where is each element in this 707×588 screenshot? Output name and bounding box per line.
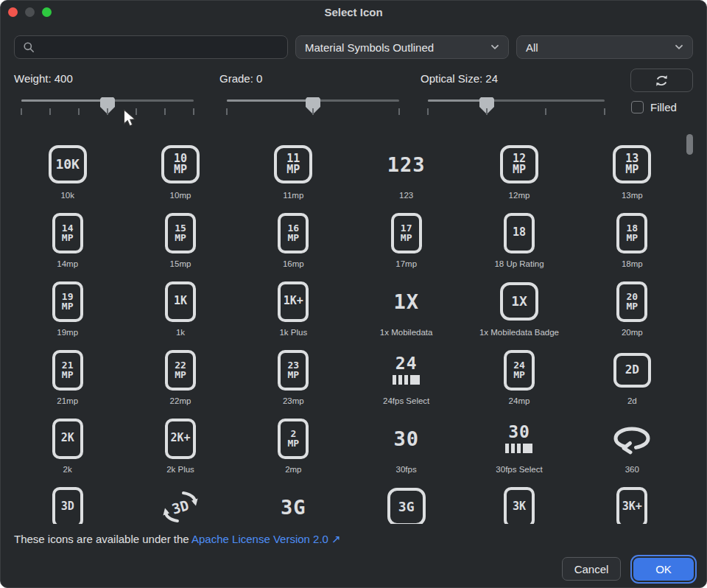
- icon-glyph: 2D: [613, 349, 651, 391]
- icon-label: 123: [399, 191, 413, 200]
- icon-cell[interactable]: 1X1x Mobiledata Badge: [462, 270, 575, 339]
- icon-cell[interactable]: 23MP23mp: [237, 339, 350, 407]
- search-field[interactable]: [14, 35, 288, 59]
- icon-glyph: 1X: [393, 281, 419, 322]
- weight-slider-group: Weight: 400: [14, 72, 201, 119]
- icon-glyph: 2K: [52, 418, 83, 459]
- icon-cell[interactable]: 24MP24mp: [462, 339, 575, 407]
- icon-label: 1x Mobiledata Badge: [479, 328, 559, 337]
- icon-cell[interactable]: 10MP10mp: [124, 133, 236, 202]
- icon-cell[interactable]: 3030fps: [350, 407, 462, 476]
- font-family-select[interactable]: Material Symbols Outlined: [295, 35, 509, 59]
- icon-cell[interactable]: 11MP11mp: [237, 133, 350, 202]
- icon-cell[interactable]: 360: [576, 407, 689, 476]
- search-input[interactable]: [41, 41, 279, 54]
- icon-label: 2k: [63, 465, 72, 474]
- icon-glyph: 3K: [504, 486, 535, 524]
- icon-cell[interactable]: 1K1k: [124, 270, 236, 339]
- icon-label: 16mp: [283, 259, 304, 268]
- icon-label: 12mp: [509, 191, 530, 200]
- apache-license-link[interactable]: Apache License Version 2.0 ↗: [191, 533, 341, 545]
- icon-label: 24mp: [509, 396, 530, 405]
- weight-slider[interactable]: [14, 94, 201, 119]
- icon-label: 360: [625, 465, 639, 474]
- slider-track[interactable]: [428, 99, 605, 102]
- icon-cell[interactable]: 3K: [462, 476, 575, 524]
- icon-glyph: 24MP: [504, 349, 535, 391]
- icon-label: 30fps Select: [496, 465, 542, 474]
- icon-label: 19mp: [57, 328, 78, 337]
- icon-cell[interactable]: 2K2k: [11, 407, 124, 476]
- select-icon-dialog: Select Icon Material Symbols Outlined Al…: [0, 0, 707, 588]
- icon-cell[interactable]: 3D: [124, 476, 236, 524]
- icon-cell[interactable]: 13MP13mp: [576, 133, 689, 202]
- icon-label: 15mp: [170, 259, 191, 268]
- icon-cell[interactable]: 22MP22mp: [124, 339, 236, 407]
- icon-glyph: 22MP: [165, 349, 196, 391]
- icon-cell[interactable]: 3030fps Select: [462, 407, 575, 476]
- grade-slider-group: Grade: 0: [219, 72, 407, 119]
- refresh-button[interactable]: [630, 69, 693, 92]
- icon-cell[interactable]: 2424fps Select: [350, 339, 462, 407]
- font-family-value: Material Symbols Outlined: [305, 41, 434, 54]
- icon-cell[interactable]: 2K+2k Plus: [124, 407, 236, 476]
- icon-glyph: 14MP: [52, 212, 83, 253]
- icon-cell[interactable]: 18MP18mp: [576, 202, 689, 270]
- icon-cell[interactable]: 2MP2mp: [237, 407, 350, 476]
- icon-cell[interactable]: 1818 Up Rating: [462, 202, 575, 270]
- grade-slider[interactable]: [219, 94, 407, 119]
- icon-cell[interactable]: 17MP17mp: [350, 202, 462, 270]
- icon-glyph: 3D: [52, 486, 83, 524]
- slider-track[interactable]: [227, 99, 399, 102]
- category-select[interactable]: All: [516, 35, 693, 59]
- icon-cell[interactable]: 21MP21mp: [11, 339, 124, 407]
- icon-cell[interactable]: 1K+1k Plus: [237, 270, 350, 339]
- icon-cell[interactable]: 15MP15mp: [124, 202, 236, 270]
- icon-cell[interactable]: 123123: [350, 133, 462, 202]
- ok-button[interactable]: OK: [633, 558, 694, 581]
- icon-glyph: 11MP: [274, 144, 312, 185]
- icon-cell[interactable]: 3G: [237, 476, 350, 524]
- icon-glyph: 10K: [49, 144, 87, 185]
- icon-cell[interactable]: 20MP20mp: [576, 270, 689, 339]
- icon-cell[interactable]: 16MP16mp: [237, 202, 350, 270]
- icon-cell[interactable]: 1X1x Mobiledata: [350, 270, 462, 339]
- icon-glyph: 30: [505, 418, 532, 459]
- slider-track[interactable]: [21, 99, 194, 102]
- scrollbar-thumb[interactable]: [686, 134, 693, 155]
- icon-glyph: 18MP: [616, 212, 647, 253]
- icon-label: 10k: [60, 191, 74, 200]
- filled-option: Filled: [631, 101, 677, 113]
- icon-label: 22mp: [170, 396, 191, 405]
- icon-cell[interactable]: 14MP14mp: [11, 202, 124, 270]
- icon-grid: 10K10k10MP10mp11MP11mp12312312MP12mp13MP…: [4, 133, 696, 524]
- icon-cell[interactable]: 3G: [350, 476, 462, 524]
- weight-label: Weight: 400: [14, 72, 201, 85]
- icon-label: 1k: [176, 328, 185, 337]
- icon-cell[interactable]: 3D: [11, 476, 124, 524]
- search-icon: [23, 41, 35, 53]
- icon-cell[interactable]: 2D2d: [576, 339, 689, 407]
- icon-glyph: 23MP: [278, 349, 309, 391]
- icon-glyph: 18: [504, 212, 535, 253]
- icon-label: 30fps: [396, 465, 417, 474]
- cancel-button[interactable]: Cancel: [562, 557, 621, 581]
- license-note: These icons are available under the Apac…: [14, 533, 341, 546]
- refresh-icon: [654, 74, 669, 88]
- icon-label: 11mp: [283, 191, 303, 200]
- optical-size-slider[interactable]: [421, 94, 612, 119]
- icon-glyph: 15MP: [165, 212, 196, 253]
- filled-checkbox[interactable]: [631, 101, 644, 113]
- icon-cell[interactable]: 19MP19mp: [11, 270, 124, 339]
- icon-cell[interactable]: 10K10k: [11, 133, 124, 202]
- icon-label: 2k Plus: [166, 465, 194, 474]
- icon-glyph: 3K+: [616, 486, 647, 524]
- category-value: All: [526, 41, 538, 54]
- icon-cell[interactable]: 12MP12mp: [462, 133, 575, 202]
- icon-glyph: 12MP: [500, 144, 538, 185]
- icon-glyph: 1K: [165, 281, 196, 322]
- icon-glyph: 24: [393, 349, 420, 391]
- icon-cell[interactable]: 3K+: [576, 476, 689, 524]
- icon-label: 18mp: [622, 259, 643, 268]
- svg-text:3D: 3D: [170, 497, 191, 517]
